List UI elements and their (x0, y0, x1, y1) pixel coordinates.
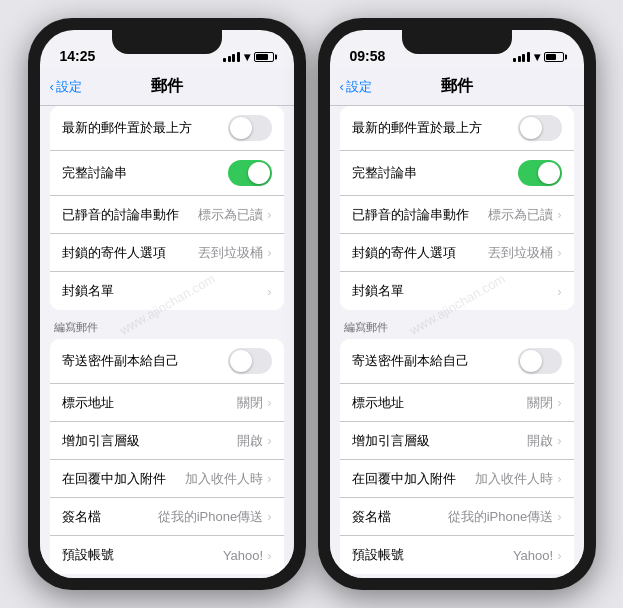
row-muted-thread-2[interactable]: 已靜音的討論串動作 標示為已讀 › (340, 196, 574, 234)
row-quote-2[interactable]: 增加引言層級 開啟 › (340, 422, 574, 460)
nav-back-1[interactable]: ‹ 設定 (50, 78, 82, 96)
settings-content-1: 最新的郵件置於最上方 完整討論串 已靜音的討論串動作 標示為已讀 › 封鎖的寄件… (40, 106, 294, 578)
chevron-icon-acc-2: › (557, 548, 561, 563)
chevron-icon-blocked-1: › (267, 245, 271, 260)
nav-bar-2: ‹ 設定 郵件 (330, 68, 584, 106)
status-icons-1: ▾ (223, 50, 274, 64)
chevron-icon-sig-2: › (557, 509, 561, 524)
row-full-thread-1[interactable]: 完整討論串 (50, 151, 284, 196)
row-signature-1[interactable]: 簽名檔 從我的iPhone傳送 › (50, 498, 284, 536)
settings-content-2: 最新的郵件置於最上方 完整討論串 已靜音的討論串動作 標示為已讀 › 封鎖的寄件… (330, 106, 584, 578)
wifi-icon-1: ▾ (244, 50, 250, 64)
group2-phone1: 寄送密件副本給自己 標示地址 關閉 › 增加引言層級 開啟 › 在回覆中加 (50, 339, 284, 574)
chevron-icon-muted-1: › (267, 207, 271, 222)
row-attachment-1[interactable]: 在回覆中加入附件 加入收件人時 › (50, 460, 284, 498)
chevron-icon-quote-1: › (267, 433, 271, 448)
toggle-bcc-2[interactable] (518, 348, 562, 374)
status-icons-2: ▾ (513, 50, 564, 64)
row-bcc-1[interactable]: 寄送密件副本給自己 (50, 339, 284, 384)
time-2: 09:58 (350, 48, 386, 64)
row-blocked-sender-2[interactable]: 封鎖的寄件人選項 丟到垃圾桶 › (340, 234, 574, 272)
row-full-thread-2[interactable]: 完整討論串 (340, 151, 574, 196)
phone-1: 14:25 ▾ ‹ 設定 (28, 18, 306, 590)
row-bcc-2[interactable]: 寄送密件副本給自己 (340, 339, 574, 384)
chevron-icon-acc-1: › (267, 548, 271, 563)
section2-label-2: 編寫郵件 (330, 314, 584, 339)
notch-1 (112, 30, 222, 54)
row-muted-thread-1[interactable]: 已靜音的討論串動作 標示為已讀 › (50, 196, 284, 234)
group1-phone1: 最新的郵件置於最上方 完整討論串 已靜音的討論串動作 標示為已讀 › 封鎖的寄件… (50, 106, 284, 310)
wifi-icon-2: ▾ (534, 50, 540, 64)
chevron-icon-attach-2: › (557, 471, 561, 486)
nav-title-2: 郵件 (441, 76, 473, 97)
battery-icon-2 (544, 52, 564, 62)
signal-icon-1 (223, 52, 240, 62)
row-address-2[interactable]: 標示地址 關閉 › (340, 384, 574, 422)
toggle-newest-mail-2[interactable] (518, 115, 562, 141)
back-chevron-icon-2: ‹ (340, 79, 344, 94)
chevron-icon-list-2: › (557, 284, 561, 299)
row-default-account-1[interactable]: 預設帳號 Yahoo! › (50, 536, 284, 574)
chevron-icon-list-1: › (267, 284, 271, 299)
back-chevron-icon-1: ‹ (50, 79, 54, 94)
phone-2: 09:58 ▾ ‹ 設定 (318, 18, 596, 590)
row-default-account-2[interactable]: 預設帳號 Yahoo! › (340, 536, 574, 574)
row-attachment-2[interactable]: 在回覆中加入附件 加入收件人時 › (340, 460, 574, 498)
notch-2 (402, 30, 512, 54)
toggle-bcc-1[interactable] (228, 348, 272, 374)
section2-label-1: 編寫郵件 (40, 314, 294, 339)
chevron-icon-blocked-2: › (557, 245, 561, 260)
nav-bar-1: ‹ 設定 郵件 (40, 68, 294, 106)
row-blocked-sender-1[interactable]: 封鎖的寄件人選項 丟到垃圾桶 › (50, 234, 284, 272)
signal-icon-2 (513, 52, 530, 62)
time-1: 14:25 (60, 48, 96, 64)
toggle-newest-mail-1[interactable] (228, 115, 272, 141)
battery-icon-1 (254, 52, 274, 62)
chevron-icon-quote-2: › (557, 433, 561, 448)
nav-title-1: 郵件 (151, 76, 183, 97)
row-newest-mail-1[interactable]: 最新的郵件置於最上方 (50, 106, 284, 151)
group1-phone2: 最新的郵件置於最上方 完整討論串 已靜音的討論串動作 標示為已讀 › 封鎖的寄件… (340, 106, 574, 310)
chevron-icon-sig-1: › (267, 509, 271, 524)
chevron-icon-address-1: › (267, 395, 271, 410)
chevron-icon-address-2: › (557, 395, 561, 410)
group2-phone2: 寄送密件副本給自己 標示地址 關閉 › 增加引言層級 開啟 › 在回覆中加 (340, 339, 574, 574)
row-signature-2[interactable]: 簽名檔 從我的iPhone傳送 › (340, 498, 574, 536)
row-quote-1[interactable]: 增加引言層級 開啟 › (50, 422, 284, 460)
toggle-full-thread-1[interactable] (228, 160, 272, 186)
row-blocked-list-1[interactable]: 封鎖名單 › (50, 272, 284, 310)
chevron-icon-muted-2: › (557, 207, 561, 222)
row-address-1[interactable]: 標示地址 關閉 › (50, 384, 284, 422)
row-blocked-list-2[interactable]: 封鎖名單 › (340, 272, 574, 310)
toggle-full-thread-2[interactable] (518, 160, 562, 186)
nav-back-2[interactable]: ‹ 設定 (340, 78, 372, 96)
row-newest-mail-2[interactable]: 最新的郵件置於最上方 (340, 106, 574, 151)
chevron-icon-attach-1: › (267, 471, 271, 486)
